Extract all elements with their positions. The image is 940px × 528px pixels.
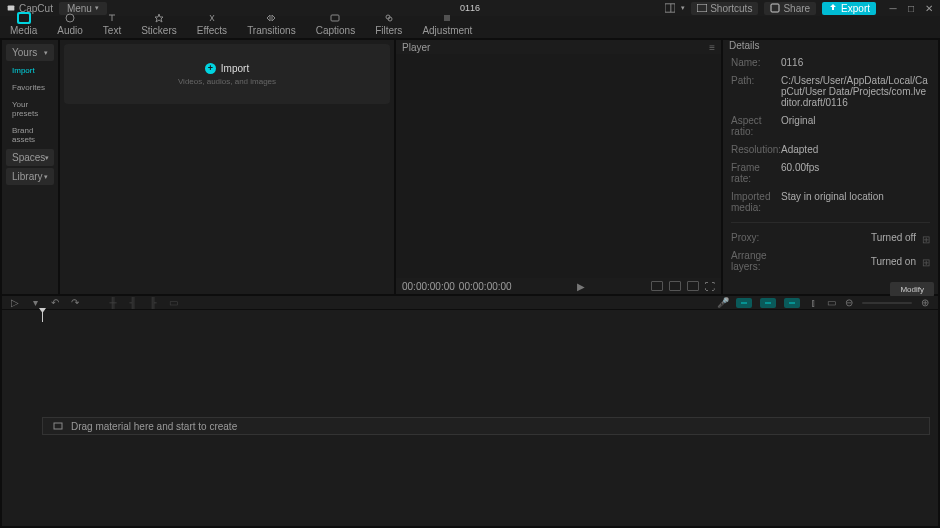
playhead[interactable] <box>42 310 43 322</box>
detail-framerate: Frame rate:60.00fps <box>731 162 930 184</box>
share-button[interactable]: Share <box>764 2 816 15</box>
details-body: Name:0116 Path:C:/Users/User/AppData/Loc… <box>723 51 938 278</box>
chevron-down-icon[interactable]: ▾ <box>30 298 40 308</box>
import-button[interactable]: + Import <box>205 63 249 74</box>
player-header: Player ≡ <box>396 40 721 54</box>
timeline-dropzone[interactable]: Drag material here and start to create <box>42 417 930 435</box>
details-panel: Details Name:0116 Path:C:/Users/User/App… <box>723 40 938 294</box>
split-left-icon[interactable]: ╢ <box>128 298 138 308</box>
tab-filters[interactable]: Filters <box>371 10 406 38</box>
svg-point-6 <box>66 14 74 22</box>
chevron-down-icon: ▾ <box>44 49 48 57</box>
main-toolbar: Media Audio Text Stickers Effects Transi… <box>0 16 940 38</box>
preview-icon[interactable]: ▭ <box>826 298 836 308</box>
film-icon <box>53 422 63 430</box>
detail-resolution: Resolution:Adapted <box>731 144 930 155</box>
sidebar-library[interactable]: Library▾ <box>6 168 54 185</box>
tab-captions[interactable]: Captions <box>312 10 359 38</box>
detail-name: Name:0116 <box>731 57 930 68</box>
maximize-button[interactable]: □ <box>906 3 916 13</box>
detail-aspect: Aspect ratio:Original <box>731 115 930 137</box>
ratio-icon[interactable] <box>669 281 681 291</box>
layout-icon[interactable] <box>665 3 675 13</box>
tab-adjustment[interactable]: Adjustment <box>418 10 476 38</box>
timeline-toolbar: ▷ ▾ ↶ ↷ ╫ ╢ ╟ ▭ 🎤 ⫿ ▭ ⊖ ⊕ <box>2 296 938 310</box>
player-display-controls: ⛶ <box>651 281 715 292</box>
detail-path: Path:C:/Users/User/AppData/Local/CapCut/… <box>731 75 930 108</box>
timeline-tracks[interactable]: Drag material here and start to create <box>2 322 938 526</box>
pointer-icon[interactable]: ▷ <box>10 298 20 308</box>
fullscreen-icon[interactable]: ⛶ <box>705 281 715 292</box>
chevron-down-icon: ▾ <box>45 154 49 162</box>
close-button[interactable]: ✕ <box>924 3 934 13</box>
link-icon[interactable] <box>784 298 800 308</box>
player-title: Player <box>402 42 430 53</box>
sidebar-presets[interactable]: Your presets <box>6 97 54 121</box>
tab-audio[interactable]: Audio <box>53 10 87 38</box>
sidebar-yours[interactable]: Yours▾ <box>6 44 54 61</box>
sidebar-favorites[interactable]: Favorites <box>6 80 54 95</box>
timeline-tools-left: ▷ ▾ ↶ ↷ ╫ ╢ ╟ ▭ <box>10 298 178 308</box>
split-right-icon[interactable]: ╟ <box>148 298 158 308</box>
svg-rect-10 <box>54 423 62 429</box>
svg-rect-3 <box>697 4 707 12</box>
details-header: Details <box>723 40 938 51</box>
detail-imported: Imported media:Stay in original location <box>731 191 930 213</box>
player-controls: 00:00:00:00 00:00:00:00 ▶ ⛶ <box>396 278 721 294</box>
detail-proxy: Proxy:Turned off⊞ <box>731 232 930 243</box>
play-button[interactable]: ▶ <box>577 281 585 292</box>
plus-icon: + <box>205 63 216 74</box>
toggle-icon[interactable]: ⊞ <box>922 234 930 242</box>
chevron-down-icon[interactable]: ▾ <box>681 4 685 12</box>
ratio-icon[interactable] <box>687 281 699 291</box>
timeline-panel: ▷ ▾ ↶ ↷ ╫ ╢ ╟ ▭ 🎤 ⫿ ▭ ⊖ ⊕ Drag material … <box>2 296 938 526</box>
detail-arrange: Arrange layers:Turned on⊞ <box>731 250 930 272</box>
zoom-slider[interactable] <box>862 302 912 304</box>
media-panel: + Import Videos, audios, and images <box>60 40 394 294</box>
tab-transitions[interactable]: Transitions <box>243 10 300 38</box>
sidebar-import[interactable]: Import <box>6 63 54 78</box>
toggle-icon[interactable]: ⊞ <box>922 257 930 265</box>
link-icon[interactable] <box>736 298 752 308</box>
undo-icon[interactable]: ↶ <box>50 298 60 308</box>
chevron-down-icon: ▾ <box>44 173 48 181</box>
import-subtitle: Videos, audios, and images <box>178 77 276 86</box>
svg-rect-1 <box>665 4 675 12</box>
adjust-icon[interactable]: ⫿ <box>808 298 818 308</box>
separator <box>731 222 930 223</box>
player-viewport[interactable] <box>396 54 721 278</box>
tab-text[interactable]: Text <box>99 10 125 38</box>
tab-effects[interactable]: Effects <box>193 10 231 38</box>
window-controls: ─ □ ✕ <box>888 3 934 13</box>
sidebar-brand[interactable]: Brand assets <box>6 123 54 147</box>
import-dropzone[interactable]: + Import Videos, audios, and images <box>64 44 390 104</box>
player-timecode: 00:00:00:00 00:00:00:00 <box>402 281 512 292</box>
zoom-in-icon[interactable]: ⊕ <box>920 298 930 308</box>
timeline-ruler[interactable] <box>2 310 938 322</box>
main-area: Yours▾ Import Favorites Your presets Bra… <box>0 38 940 296</box>
player-panel: Player ≡ 00:00:00:00 00:00:00:00 ▶ ⛶ <box>396 40 721 294</box>
split-icon[interactable]: ╫ <box>108 298 118 308</box>
svg-rect-4 <box>771 4 779 12</box>
mic-icon[interactable]: 🎤 <box>718 298 728 308</box>
zoom-out-icon[interactable]: ⊖ <box>844 298 854 308</box>
titlebar-right: ▾ Shortcuts Share Export ─ □ ✕ <box>665 2 934 15</box>
player-menu-icon[interactable]: ≡ <box>709 42 715 53</box>
svg-rect-7 <box>331 15 339 21</box>
minimize-button[interactable]: ─ <box>888 3 898 13</box>
modify-button[interactable]: Modify <box>890 282 934 297</box>
media-sidebar: Yours▾ Import Favorites Your presets Bra… <box>2 40 58 294</box>
sidebar-spaces[interactable]: Spaces▾ <box>6 149 54 166</box>
delete-icon[interactable]: ▭ <box>168 298 178 308</box>
svg-rect-5 <box>19 14 29 22</box>
tab-stickers[interactable]: Stickers <box>137 10 181 38</box>
tab-media[interactable]: Media <box>6 10 41 38</box>
timeline-tools-right: 🎤 ⫿ ▭ ⊖ ⊕ <box>718 298 930 308</box>
shortcuts-button[interactable]: Shortcuts <box>691 2 758 15</box>
ratio-icon[interactable] <box>651 281 663 291</box>
export-button[interactable]: Export <box>822 2 876 15</box>
link-icon[interactable] <box>760 298 776 308</box>
project-title: 0116 <box>460 3 480 13</box>
details-title: Details <box>729 40 760 51</box>
redo-icon[interactable]: ↷ <box>70 298 80 308</box>
